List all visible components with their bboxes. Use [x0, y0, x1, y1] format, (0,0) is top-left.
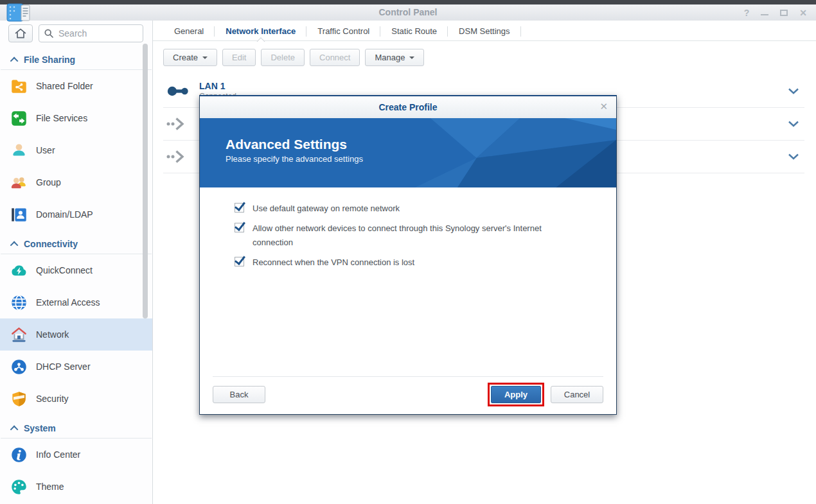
collapse-chevron-icon [10, 56, 19, 65]
help-icon[interactable]: ? [744, 8, 750, 18]
dhcp-server-icon [10, 358, 28, 376]
external-access-icon [10, 293, 28, 311]
search-icon [44, 28, 54, 39]
checkbox-label: Use default gateway on remote network [253, 202, 400, 215]
network-icon [10, 326, 28, 343]
window-titlebar: Control Panel ? ✕ [0, 4, 816, 21]
sidebar-item-domain-ldap[interactable]: Domain/LDAP [0, 198, 152, 230]
minimize-icon[interactable] [761, 14, 768, 15]
delete-button[interactable]: Delete [261, 49, 305, 66]
close-icon[interactable]: ✕ [799, 8, 807, 18]
section-label: System [24, 423, 56, 433]
vpn-profile-icon [166, 148, 195, 165]
back-button[interactable]: Back [213, 386, 265, 403]
sidebar-item-label: Theme [36, 482, 64, 492]
collapse-chevron-icon [10, 241, 19, 249]
maximize-icon[interactable] [780, 10, 788, 16]
dialog-header: Create Profile ✕ [200, 96, 616, 118]
banner-subtitle: Please specify the advanced settings [226, 153, 616, 166]
sidebar-item-group[interactable]: Group [0, 166, 152, 198]
create-button[interactable]: Create [163, 49, 217, 66]
sidebar-item-label: Group [36, 177, 61, 187]
shared-folder-icon [10, 77, 28, 95]
edit-button[interactable]: Edit [222, 49, 256, 66]
dialog-close-icon[interactable]: ✕ [599, 101, 608, 112]
sidebar-item-label: Network [36, 329, 69, 340]
tab-network-interface[interactable]: Network Interface [215, 22, 306, 41]
dialog-title: Create Profile [378, 102, 437, 112]
tab-label: Static Route [391, 26, 437, 36]
window-title: Control Panel [378, 7, 437, 17]
sidebar-scrollbar[interactable] [143, 44, 148, 318]
user-icon [10, 141, 28, 159]
desktop-top-strip [0, 0, 816, 4]
sidebar-item-label: External Access [36, 297, 100, 308]
checkbox-reconnect[interactable] [235, 257, 244, 266]
sidebar-item-network[interactable]: Network [0, 318, 152, 351]
search-box [39, 24, 143, 42]
button-label: Edit [232, 53, 246, 62]
create-profile-dialog: Create Profile ✕ Advanced Settings Pleas… [199, 95, 617, 415]
checkbox-label: Reconnect when the VPN connection is los… [253, 256, 414, 269]
dialog-footer: Back Apply Cancel [200, 376, 616, 414]
section-label: Connectivity [24, 239, 78, 249]
checkbox-row-reconnect: Reconnect when the VPN connection is los… [235, 256, 578, 269]
file-services-icon [10, 109, 28, 127]
sidebar-item-shared-folder[interactable]: Shared Folder [0, 70, 152, 102]
interface-name: LAN 1 [199, 81, 236, 92]
section-header-file-sharing[interactable]: File Sharing [1, 46, 152, 70]
tab-label: General [174, 26, 204, 36]
security-shield-icon [10, 390, 28, 408]
sidebar-item-quickconnect[interactable]: QuickConnect [0, 254, 152, 286]
section-header-system[interactable]: System [1, 415, 152, 439]
section-header-connectivity[interactable]: Connectivity [1, 230, 152, 254]
sidebar: File Sharing Shared Folder File Services… [0, 21, 153, 504]
quickconnect-icon [10, 261, 28, 279]
vpn-profile-icon [166, 116, 195, 132]
tab-static-route[interactable]: Static Route [380, 22, 448, 41]
tab-label: DSM Settings [459, 26, 510, 36]
group-icon [10, 173, 28, 191]
sidebar-item-label: File Services [36, 113, 87, 123]
toolbar: Create Edit Delete Connect Manage [153, 41, 816, 75]
sidebar-item-label: Domain/LDAP [36, 209, 93, 220]
expand-chevron-icon[interactable] [788, 152, 799, 163]
sidebar-item-label: Security [36, 394, 69, 404]
search-input[interactable] [39, 24, 143, 42]
button-label: Create [173, 53, 198, 62]
cancel-button[interactable]: Cancel [551, 386, 603, 403]
checkbox-default-gateway[interactable] [235, 203, 244, 213]
sidebar-item-label: User [36, 145, 55, 155]
home-icon [14, 27, 27, 40]
sidebar-item-info-center[interactable]: Info Center [0, 439, 152, 471]
button-label: Manage [375, 53, 405, 62]
checkbox-allow-devices[interactable] [235, 223, 244, 232]
sidebar-item-file-services[interactable]: File Services [0, 102, 152, 134]
apply-annotation-highlight: Apply [488, 383, 544, 406]
sidebar-item-label: Info Center [36, 449, 80, 460]
sidebar-item-label: Shared Folder [36, 81, 93, 91]
dialog-banner: Advanced Settings Please specify the adv… [200, 118, 616, 187]
connect-button[interactable]: Connect [310, 49, 360, 66]
sidebar-item-user[interactable]: User [0, 134, 152, 166]
sidebar-item-security[interactable]: Security [0, 383, 152, 415]
tab-dsm-settings[interactable]: DSM Settings [448, 22, 520, 41]
button-label: Delete [271, 53, 295, 62]
home-button[interactable] [8, 24, 33, 42]
sidebar-item-dhcp-server[interactable]: DHCP Server [0, 351, 152, 383]
expand-chevron-icon[interactable] [788, 119, 799, 130]
lan-connection-icon [166, 83, 195, 100]
control-panel-app-icon [6, 3, 32, 25]
apply-button[interactable]: Apply [491, 386, 541, 403]
sidebar-item-theme[interactable]: Theme [0, 471, 152, 503]
manage-button[interactable]: Manage [365, 49, 424, 66]
theme-palette-icon [10, 478, 28, 496]
sidebar-item-label: QuickConnect [36, 265, 93, 275]
tab-general[interactable]: General [163, 22, 215, 41]
button-label: Connect [319, 53, 350, 62]
tab-bar: General Network Interface Traffic Contro… [153, 22, 816, 41]
sidebar-item-external-access[interactable]: External Access [0, 286, 152, 318]
tab-traffic-control[interactable]: Traffic Control [306, 22, 380, 41]
checkbox-label: Allow other network devices to connect t… [253, 222, 577, 249]
expand-chevron-icon[interactable] [788, 86, 799, 98]
